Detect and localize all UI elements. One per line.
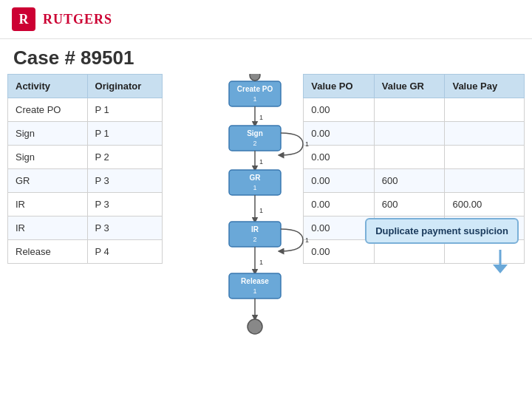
cell-originator: P 1 (87, 98, 163, 122)
cell-activity: Release (8, 240, 88, 264)
cell-originator: P 3 (87, 216, 163, 240)
svg-text:Release: Release (241, 277, 269, 285)
cell-value-gr: 600 (374, 193, 445, 216)
cell-value-pay (445, 169, 525, 193)
svg-text:1: 1 (253, 287, 256, 295)
cell-value-gr (374, 146, 445, 169)
cell-value-pay (445, 146, 525, 169)
cell-flow (163, 240, 304, 264)
tooltip-arrow-icon (489, 250, 511, 276)
col-header-value-pay: Value Pay (445, 75, 525, 98)
svg-point-28 (248, 319, 262, 334)
col-header-originator: Originator (87, 75, 163, 98)
cell-value-pay (445, 122, 525, 146)
cell-value-gr (374, 98, 445, 122)
cell-originator: P 4 (87, 240, 163, 264)
cell-flow (163, 169, 304, 193)
cell-activity: IR (8, 193, 88, 216)
cell-activity: Create PO (8, 98, 88, 122)
cell-value-po: 0.00 (304, 122, 375, 146)
table-row: SignP 10.00 (8, 122, 525, 146)
main-content: Activity Originator Value PO Value GR Va… (0, 74, 532, 264)
logo-text: RUTGERS (43, 12, 112, 27)
svg-rect-24 (229, 273, 281, 299)
cell-originator: P 3 (87, 193, 163, 216)
col-header-value-gr: Value GR (374, 75, 445, 98)
cell-value-po: 0.00 (304, 193, 375, 216)
col-header-value-po: Value PO (304, 75, 375, 98)
cell-activity: GR (8, 169, 88, 193)
cell-originator: P 1 (87, 122, 163, 146)
table-row: Create POP 10.00 (8, 98, 525, 122)
header: R RUTGERS (0, 0, 532, 39)
cell-flow (163, 122, 304, 146)
cell-value-gr (374, 122, 445, 146)
cell-flow (163, 216, 304, 240)
cell-value-po: 0.00 (304, 146, 375, 169)
col-header-flow (163, 75, 304, 98)
table-row: IRP 30.00600600.00 (8, 193, 525, 216)
table-row: SignP 20.00 (8, 146, 525, 169)
cell-originator: P 2 (87, 146, 163, 169)
cell-activity: Sign (8, 122, 88, 146)
page-title: Case # 89501 (0, 39, 532, 74)
cell-value-pay: 600.00 (445, 193, 525, 216)
cell-originator: P 3 (87, 169, 163, 193)
cell-value-gr: 600 (374, 169, 445, 193)
table-row: GRP 30.00600 (8, 169, 525, 193)
svg-marker-32 (493, 265, 508, 273)
rutgers-logo-icon: R (10, 6, 37, 33)
cell-activity: Sign (8, 146, 88, 169)
cell-value-po: 0.00 (304, 216, 375, 240)
cell-value-pay (445, 98, 525, 122)
cell-activity: IR (8, 216, 88, 240)
cell-flow (163, 98, 304, 122)
cell-value-po: 0.00 (304, 240, 375, 264)
tooltip-text: Duplicate payment suspicion (375, 225, 508, 236)
cell-flow (163, 146, 304, 169)
duplicate-payment-tooltip: Duplicate payment suspicion (365, 218, 519, 244)
cell-value-po: 0.00 (304, 169, 375, 193)
svg-text:R: R (19, 12, 30, 27)
cell-value-po: 0.00 (304, 98, 375, 122)
cell-flow (163, 193, 304, 216)
logo-area: R RUTGERS (10, 6, 112, 33)
col-header-activity: Activity (8, 75, 88, 98)
table-header-row: Activity Originator Value PO Value GR Va… (8, 75, 525, 98)
